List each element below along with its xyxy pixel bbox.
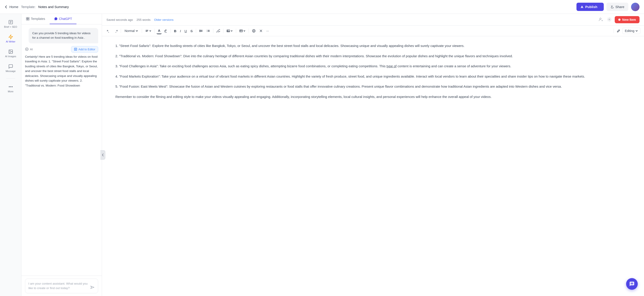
- content-p6: Remember to consider the filming and edi…: [116, 94, 630, 100]
- sidebar-item-brief-seo[interactable]: Brief + SEO: [2, 18, 20, 30]
- svg-rect-7: [28, 18, 29, 19]
- ai-label: AI: [25, 48, 33, 51]
- toolbar-sep-4: [170, 28, 171, 33]
- image-button[interactable]: [225, 28, 234, 34]
- style-label: Normal: [124, 29, 134, 33]
- paragraph-style-select[interactable]: Normal: [123, 28, 140, 34]
- strikethrough-button[interactable]: S: [189, 28, 194, 34]
- share-label: Share: [616, 5, 624, 9]
- top-header: Home Template: Notes and Summary Publish…: [0, 0, 644, 14]
- bullet-list-button[interactable]: [198, 28, 204, 34]
- content-p4: 4. "Food Markets Exploration": Take your…: [116, 74, 630, 79]
- sidebar-item-more[interactable]: More: [2, 82, 20, 95]
- chat-input-box: [25, 278, 98, 294]
- sidebar-item-ai-writer[interactable]: AI Writer: [2, 32, 20, 45]
- chat-input[interactable]: [28, 282, 88, 291]
- table-button[interactable]: [238, 28, 247, 34]
- link-button[interactable]: [215, 28, 222, 34]
- new-item-button[interactable]: New Item: [615, 16, 640, 23]
- underline-button[interactable]: U: [183, 28, 188, 34]
- content-p1: 1. "Street Food Safaris": Explore the bu…: [116, 43, 630, 49]
- edit-icon-button[interactable]: [616, 28, 622, 34]
- svg-point-3: [9, 86, 10, 87]
- template-name: Notes and Summary: [38, 5, 69, 9]
- publish-button[interactable]: Publish: [576, 3, 604, 11]
- send-button[interactable]: [90, 285, 95, 290]
- toolbar-sep-3: [154, 28, 155, 33]
- tab-templates-label: Templates: [31, 17, 45, 20]
- add-user-button[interactable]: [598, 16, 604, 23]
- editor-toolbar: Normal A B I U S: [102, 26, 644, 36]
- toolbar-sep-8: [236, 28, 236, 33]
- publish-label: Publish: [585, 5, 597, 9]
- editor-content[interactable]: 1. "Street Food Safaris": Explore the bu…: [102, 36, 644, 296]
- header-right: Publish Share: [576, 3, 640, 11]
- avatar[interactable]: [631, 3, 640, 11]
- tab-chatgpt[interactable]: ChatGPT: [50, 14, 76, 24]
- bold-button[interactable]: B: [173, 28, 178, 34]
- template-prefix: Template:: [21, 5, 36, 9]
- svg-point-5: [12, 86, 12, 87]
- toolbar-sep-6: [213, 28, 213, 33]
- ai-message-header: AI Add to Editor: [25, 46, 98, 52]
- sidebar-item-ai-images[interactable]: AI Images: [2, 47, 20, 60]
- share-button[interactable]: Share: [606, 3, 628, 11]
- new-item-dot: [618, 18, 620, 21]
- editor-topbar: Saved seconds ago 255 words Older versio…: [102, 14, 644, 26]
- save-status: Saved seconds ago: [106, 18, 133, 22]
- numbered-list-button[interactable]: 123: [205, 28, 211, 34]
- word-count: 255 words: [137, 18, 150, 22]
- user-message: Can you provide 5 trending ideas for vid…: [28, 28, 98, 43]
- older-versions-link[interactable]: Older versions: [154, 18, 174, 22]
- sidebar-label-ai-writer: AI Writer: [6, 40, 16, 43]
- svg-point-22: [200, 31, 200, 31]
- sidebar-label-brief-seo: Brief + SEO: [4, 26, 17, 28]
- svg-point-12: [600, 18, 601, 20]
- editing-mode-select[interactable]: Editing: [622, 28, 640, 34]
- text-color-button[interactable]: A: [156, 28, 162, 34]
- chat-input-area: [22, 276, 102, 296]
- sidebar-item-message[interactable]: Message: [2, 62, 20, 75]
- redo-button[interactable]: [113, 28, 119, 34]
- main-layout: Brief + SEO AI Writer AI Images Message: [0, 14, 644, 296]
- chat-tabs: Templates ChatGPT: [22, 14, 102, 24]
- toolbar-sep-2: [142, 28, 142, 33]
- content-p5: 5. "Food Fusion: East Meets West": Showc…: [116, 84, 630, 90]
- undo-button[interactable]: [106, 28, 112, 34]
- toolbar-sep-10: [614, 28, 614, 33]
- ai-message-container: AI Add to Editor Certainly! Here are 5 t…: [25, 46, 98, 88]
- home-link[interactable]: Home: [4, 5, 18, 9]
- svg-rect-6: [26, 18, 28, 19]
- panel-toggle[interactable]: [100, 150, 105, 160]
- new-item-label: New Item: [622, 18, 636, 22]
- tab-chatgpt-label: ChatGPT: [59, 17, 72, 20]
- svg-point-23: [200, 31, 200, 32]
- svg-point-36: [253, 30, 254, 31]
- toolbar-sep-9: [249, 28, 249, 33]
- svg-point-37: [254, 30, 254, 31]
- chat-bubble-button[interactable]: [626, 278, 638, 290]
- emoji-button[interactable]: [251, 28, 257, 34]
- svg-point-21: [200, 30, 200, 30]
- text-color-icon: A: [158, 28, 160, 32]
- sidebar-label-ai-images: AI Images: [5, 55, 16, 58]
- svg-point-13: [609, 19, 610, 20]
- editor-topbar-right: New Item: [598, 16, 640, 23]
- add-to-editor-button[interactable]: Add to Editor: [71, 46, 98, 52]
- sidebar-label-message: Message: [6, 70, 16, 72]
- tab-templates[interactable]: Templates: [22, 14, 50, 24]
- align-button[interactable]: [144, 28, 153, 34]
- toolbar-sep-1: [121, 28, 121, 33]
- chat-messages: Can you provide 5 trending ideas for vid…: [22, 24, 102, 276]
- clear-format-button[interactable]: [258, 28, 264, 34]
- editor-topbar-left: Saved seconds ago 255 words Older versio…: [106, 18, 174, 22]
- editor-area: Saved seconds ago 255 words Older versio…: [102, 14, 644, 296]
- italic-button[interactable]: I: [179, 28, 182, 34]
- settings-button[interactable]: [606, 16, 612, 23]
- ai-message-text: Certainly! Here are 5 trending ideas for…: [25, 54, 98, 88]
- svg-point-4: [10, 86, 11, 87]
- more-options-button[interactable]: ···: [265, 28, 270, 34]
- svg-rect-9: [28, 19, 29, 20]
- highlight-button[interactable]: [162, 28, 169, 34]
- left-sidebar: Brief + SEO AI Writer AI Images Message: [0, 14, 22, 296]
